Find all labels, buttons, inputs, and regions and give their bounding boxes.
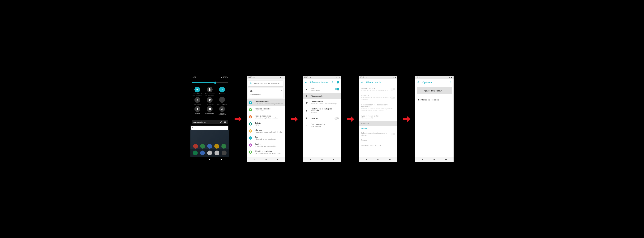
mobile-item[interactable]: Opérateur [359,121,398,126]
app-icon[interactable] [193,144,198,148]
sound-icon [249,136,252,140]
dock-messages-icon[interactable] [200,150,205,155]
qs-tile-dnd[interactable]: Ne pas déranger [204,106,215,116]
page-indicator: • • [192,117,228,118]
qs-tile-wifi[interactable]: lenovo-internet Aucun accès à Int… [192,87,203,96]
network-item[interactable]: Point d'accès et partage de connexionDés… [303,106,341,115]
qs-tile-bug[interactable]: Bug2Go [192,106,203,116]
nav-recent-icon[interactable] [388,158,391,161]
nav-recent-icon[interactable] [276,158,279,161]
screen-mobile-network: 13:25 ⬚ P Réseau mobile Données mobilesA… [359,76,398,162]
app-icon[interactable] [207,144,212,148]
nav-back-icon[interactable] [421,158,424,161]
network-item[interactable]: Mode Avion [303,115,341,122]
settings-item[interactable]: SonVolume, vibreur, Ne pas déranger [246,134,285,142]
nav-home-icon[interactable] [377,158,380,161]
nav-home-icon[interactable] [208,158,211,161]
cell-icon [305,94,308,98]
search-bar[interactable]: Rechercher dans les paramètres [248,80,284,86]
dock-phone-icon[interactable] [193,150,198,155]
svg-point-19 [450,83,450,83]
dock-camera-icon[interactable] [222,150,226,155]
settings-gear-icon[interactable] [224,121,226,123]
status-bar: 13:25 ⬚ P [303,76,341,79]
app-icon[interactable] [214,144,219,148]
network-item[interactable]: Conso donnéesVolume des données utilisée… [303,99,341,106]
wifi-icon [448,76,450,78]
search-icon [250,82,252,85]
app-icon[interactable] [200,144,205,148]
qs-tile-rotate[interactable]: Rotation automatique [216,106,228,116]
settings-item[interactable]: Sécurité et localisationVerr. écran, emp… [246,148,285,156]
settings-item[interactable]: Stockage19 % utilisés - 104 Go disponibl… [246,142,285,148]
nav-back-icon[interactable] [253,158,256,161]
qs-tile-label: Lampe de poche [218,103,227,105]
dock-chrome-icon[interactable] [207,150,212,155]
security-icon [249,150,252,154]
nav-bar [359,157,398,162]
wifi-icon [249,101,252,104]
app-bar-title: Opérateur [422,81,446,84]
qs-tile-sim[interactable]: Données mobiles Pas de carte SIM [204,87,215,96]
notification-card[interactable]: P · [191,126,228,130]
add-operator-label: Ajouter un opérateur [424,90,442,92]
toggle-switch[interactable] [335,118,339,120]
settings-item[interactable]: Batterie100 % [246,120,285,128]
qs-tile-bluetooth[interactable]: Bluetooth [216,87,228,96]
nav-bar [415,157,454,162]
close-icon[interactable]: ✕ [280,89,282,92]
mobile-item: Données mobilesAccéder aux données via l… [359,86,398,93]
settings-item[interactable]: AffichageFond d'écran, mise en veille, t… [246,128,285,134]
app-icon[interactable] [222,144,226,148]
wifi-icon [392,76,394,78]
item-subtitle: Volume, vibreur, Ne pas déranger [254,138,283,140]
reset-operators-item[interactable]: Réinitialiser les opérateurs [415,96,454,104]
nav-recent-icon[interactable] [220,158,223,161]
network-item[interactable]: Réseau mobile [303,93,341,99]
add-operator-button[interactable]: Ajouter un opérateur [417,87,452,94]
arrow-right-icon [346,115,354,123]
arrow-right-icon [402,115,410,123]
brightness-slider[interactable] [192,80,228,85]
toggle-switch[interactable] [335,88,339,90]
dock-google-icon[interactable] [214,150,219,155]
more-menu-icon[interactable] [449,81,452,84]
item-subtitle: 4G (recommandé) [361,117,395,119]
item-subtitle: 0 octet(s) de données mobiles utilisées … [361,108,395,112]
item-subtitle: Désactivé [311,112,339,114]
battery-icon [394,76,396,78]
settings-item[interactable]: Applis et notificationsAutorisations, ap… [246,113,285,120]
network-item[interactable]: Wi-Filenovo-internet [303,86,341,93]
qs-tile-label: Bluetooth [219,93,225,94]
nav-recent-icon[interactable] [332,158,335,161]
nav-back-icon[interactable] [197,158,199,161]
nav-recent-icon[interactable] [445,158,447,161]
status-battery: 100 % [221,76,228,78]
tips-card[interactable]: ✕ Conseils Razr [248,88,284,98]
nav-home-icon[interactable] [321,158,323,161]
help-icon[interactable] [336,81,339,84]
item-subtitle: lenovo-internet [311,90,332,91]
item-subtitle: Volume des données utilisées : 0 octet(s… [311,103,339,105]
nav-back-icon[interactable] [309,158,312,161]
item-subtitle: Verr. écran, empreinte dig., recon. faci… [254,152,283,154]
search-icon[interactable] [331,81,334,84]
hotspot-icon [208,98,211,101]
edit-icon[interactable] [220,121,222,123]
back-arrow-icon[interactable] [417,81,420,84]
nav-home-icon[interactable] [433,158,436,161]
item-subtitle: Accéder aux données via le réseau mobile [361,90,391,92]
qs-tile-torch[interactable]: Lampe de poche [216,97,228,105]
qs-tile-hotspot[interactable]: Point d'accès [204,97,215,105]
settings-item[interactable]: Réseau et InternetWi-Fi, mobile, conso d… [246,99,285,106]
qs-tile-airplane[interactable]: Mode Avion [192,97,203,105]
svg-rect-12 [395,77,396,78]
nav-back-icon[interactable] [365,158,368,161]
nav-home-icon[interactable] [264,158,267,161]
mobile-item: Type de réseau préféré4G (recommandé) [359,113,398,121]
back-arrow-icon[interactable] [361,81,364,84]
network-item[interactable]: Options avancéesVPN, DNS privé [303,122,341,129]
back-arrow-icon[interactable] [305,81,308,84]
qs-tile-label: Données mobiles [205,93,215,94]
settings-item[interactable]: Appareils connectésBluetooth, NFC [246,106,285,113]
